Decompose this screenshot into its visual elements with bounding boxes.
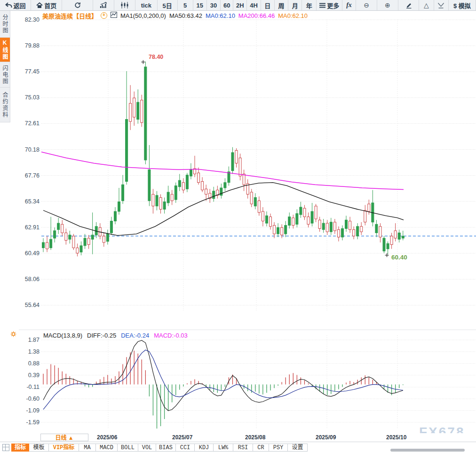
- price-axis-label: 60.49: [17, 250, 40, 257]
- macd-header: MACD(13,8,9) DIFF:-0.25 DEA:-0.24 MACD:-…: [43, 332, 188, 339]
- toolbar-4h-button[interactable]: 4H: [247, 0, 261, 10]
- toolbar-home-label: 首页: [44, 1, 56, 10]
- refresh-icon: [74, 2, 81, 8]
- toolbar-back-button[interactable]: 返回: [0, 0, 31, 10]
- add-compare-icon[interactable]: +: [101, 12, 107, 19]
- bottom-tab-lw%[interactable]: LW%: [214, 444, 233, 452]
- toolbar-m30-label: 30: [210, 2, 217, 9]
- ma-settings-label: MA1(50,0,200,0): [120, 12, 166, 19]
- horizontal-scrollbar[interactable]: [390, 449, 465, 452]
- bottom-tab-设置[interactable]: 设置: [288, 444, 308, 452]
- toolbar-home-button[interactable]: 首页: [31, 0, 62, 10]
- toolbar-refresh-button[interactable]: [62, 0, 93, 10]
- toolbar-triangle-up-button[interactable]: △: [419, 0, 434, 10]
- chart-canvas[interactable]: [0, 0, 476, 452]
- toolbar-m15-button[interactable]: 15: [193, 0, 207, 10]
- sidebar-item-time-chart[interactable]: 分时图: [0, 10, 10, 38]
- trading-app: { "toolbar": { "items": [ {"id":"back","…: [0, 0, 476, 452]
- x-axis-month-label: 2025/10: [386, 434, 406, 441]
- toolbar-week-label: 周: [278, 1, 284, 10]
- layout-grid-icon[interactable]: [2, 444, 9, 451]
- toolbar-week-button[interactable]: 周: [275, 0, 288, 10]
- toolbar-m5-button[interactable]: 5: [178, 0, 193, 10]
- toolbar-m15-label: 15: [196, 2, 203, 9]
- price-axis-label: 77.45: [17, 68, 40, 75]
- price-axis-label: 79.88: [17, 42, 40, 49]
- toolbar-more-button[interactable]: 更多: [317, 0, 342, 10]
- bottom-tab-模板[interactable]: 模板: [29, 444, 49, 452]
- bottom-tab-ma[interactable]: MA: [79, 444, 96, 452]
- bottom-tab-bias[interactable]: BIAS: [156, 444, 176, 452]
- toolbar-2h-button[interactable]: 2H: [233, 0, 247, 10]
- x-axis-month-label: 2025/09: [316, 434, 336, 441]
- bottom-tab-rsi[interactable]: RSI: [233, 444, 253, 452]
- toolbar-m60-button[interactable]: 60: [221, 0, 233, 10]
- x-axis-month-label: 2025/08: [245, 434, 265, 441]
- bottom-tab-psy[interactable]: PSY: [269, 444, 288, 452]
- macd-diff-value: DIFF:-0.25: [87, 332, 116, 339]
- toolbar-zoom-out-button[interactable]: ⊖: [356, 0, 377, 10]
- bottom-tab-vip指标[interactable]: VIP指标: [49, 444, 79, 452]
- price-axis-label: 62.91: [17, 224, 40, 231]
- bottom-tab-boll[interactable]: BOLL: [118, 444, 138, 452]
- symbol-name: 美原油连续: [42, 13, 73, 20]
- toolbar-zoom-in-button[interactable]: ⊕: [377, 0, 398, 10]
- price-axis-label: 75.03: [17, 94, 40, 101]
- high-price-annotation: 78.40: [149, 54, 163, 60]
- ma50-value: MA50:63.42: [169, 12, 202, 19]
- period-label: 【日线】: [73, 13, 97, 20]
- ma0-orange-value: MA0:62.10: [278, 12, 308, 19]
- toolbar-simulate-label: $ 模拟: [453, 1, 471, 10]
- macd-axis-label: 1.38: [17, 348, 40, 355]
- x-axis-month-label: 2025/07: [172, 434, 192, 441]
- menu-icon: [319, 3, 325, 8]
- toolbar-simulate-button[interactable]: $ 模拟: [449, 0, 476, 10]
- bottom-tab-macd[interactable]: MACD: [96, 444, 118, 452]
- toolbar-zoom-out-label: ⊖: [364, 2, 369, 8]
- bottom-tab-cci[interactable]: CCI: [176, 444, 195, 452]
- toolbar-tick-button[interactable]: tick: [135, 0, 158, 10]
- toolbar-month-label: 月: [292, 1, 298, 10]
- bottom-tab-kdj[interactable]: KDJ: [195, 444, 214, 452]
- tri-down-icon: [437, 2, 444, 8]
- toolbar-triangle-down-button[interactable]: [434, 0, 449, 10]
- candles-icon: [120, 2, 129, 8]
- toolbar-draw-button[interactable]: [398, 0, 420, 10]
- macd-axis-label: -1.09: [17, 407, 40, 414]
- price-axis-label: 82.30: [17, 16, 40, 23]
- macd-macd-value: MACD:-0.03: [154, 332, 188, 339]
- toolbar-tick-label: tick: [141, 2, 151, 9]
- bottom-tab-cr[interactable]: CR: [253, 444, 269, 452]
- toolbar-fx-button[interactable]: fx: [342, 0, 356, 10]
- indicator-gear-icon[interactable]: [10, 331, 16, 339]
- price-axis-label: 58.06: [17, 276, 40, 282]
- home-icon: [36, 2, 43, 8]
- price-axis-label: 55.64: [17, 302, 40, 308]
- sidebar-item-flash-chart[interactable]: 闪电图: [0, 62, 10, 88]
- sidebar-item-contract-info[interactable]: 合约资料: [0, 88, 10, 122]
- macd-axis-label: 0.39: [17, 372, 40, 379]
- period-selector[interactable]: 日线 ▲: [40, 434, 88, 441]
- toolbar-4h-label: 4H: [250, 2, 258, 9]
- toolbar-year-label: 年: [306, 1, 312, 10]
- x-axis-row: 日线 ▲ 2025/062025/072025/082025/092025/10: [0, 433, 476, 442]
- bottom-tab-指标[interactable]: 指标: [11, 444, 29, 452]
- bottom-tab-vol[interactable]: VOL: [138, 444, 156, 452]
- toolbar-day-button[interactable]: 日: [261, 0, 275, 10]
- toolbar-fx-label: fx: [346, 1, 352, 9]
- bar-chart-icon: [100, 2, 108, 8]
- toolbar-more-label: 更多: [327, 1, 339, 10]
- toolbar-m30-button[interactable]: 30: [207, 0, 221, 10]
- toolbar-5d-button[interactable]: 5日: [158, 0, 178, 10]
- toolbar-month-button[interactable]: 月: [288, 0, 302, 10]
- chart-style-icon[interactable]: [111, 12, 117, 19]
- toolbar-line-chart-button[interactable]: [93, 0, 114, 10]
- price-axis-label: 67.76: [17, 172, 40, 179]
- macd-axis-label: -0.11: [17, 384, 40, 390]
- low-price-annotation: 60.40: [391, 254, 407, 261]
- symbol-period-label[interactable]: 美原油连续【日线】: [42, 11, 97, 20]
- pencil-icon: [405, 2, 412, 8]
- toolbar-year-button[interactable]: 年: [302, 0, 317, 10]
- toolbar-candle-chart-button[interactable]: [114, 0, 135, 10]
- sidebar-item-kline-chart[interactable]: K线图: [0, 38, 10, 62]
